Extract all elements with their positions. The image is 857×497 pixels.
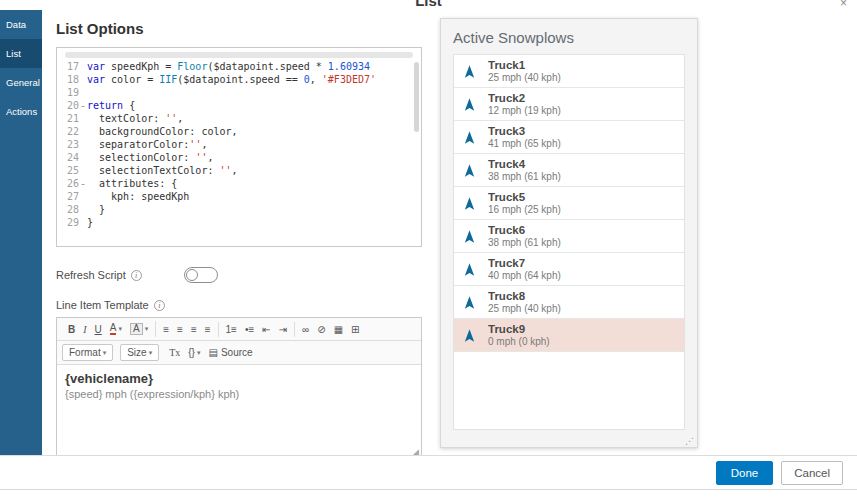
navigation-arrow-icon — [462, 229, 482, 244]
preview-panel: Active Snowplows Truck125 mph (40 kph)Tr… — [440, 18, 698, 448]
align-left-button[interactable]: ≡ — [160, 322, 172, 337]
source-button[interactable]: ▤Source — [205, 345, 255, 360]
template-speed-line: {speed} mph ({expression/kph} kph) — [65, 388, 413, 400]
code-line: 23 separatorColor:'', — [57, 138, 421, 151]
underline-button[interactable]: U — [92, 322, 105, 337]
editor-vertical-scrollbar[interactable] — [414, 62, 419, 132]
italic-button[interactable]: I — [80, 322, 89, 337]
truck-speed: 40 mph (64 kph) — [488, 270, 561, 281]
truck-name: Truck7 — [488, 257, 561, 269]
image-button[interactable]: ▦ — [331, 322, 346, 337]
list-item[interactable]: Truck740 mph (64 kph) — [454, 253, 684, 286]
editor-horizontal-scrollbar[interactable] — [65, 52, 413, 58]
truck-name: Truck2 — [488, 92, 561, 104]
dialog-header: List × — [0, 0, 857, 10]
numbered-list-button[interactable]: 1≡ — [223, 322, 240, 337]
rte-content[interactable]: {vehiclename} {speed} mph ({expression/k… — [57, 365, 421, 457]
truck-speed: 25 mph (40 kph) — [488, 303, 561, 314]
remove-format-button[interactable]: Tx — [166, 345, 183, 360]
info-icon[interactable]: i — [154, 300, 165, 311]
format-dropdown[interactable]: Format▾ — [62, 344, 113, 361]
link-button[interactable]: ∞ — [299, 322, 312, 337]
truck-name: Truck4 — [488, 158, 561, 170]
size-dropdown[interactable]: Size▾ — [120, 344, 159, 361]
list-item[interactable]: Truck438 mph (61 kph) — [454, 154, 684, 187]
insert-field-dropdown[interactable]: {}▾ — [185, 345, 203, 360]
dialog-body: DataListGeneralActions List Options 17va… — [0, 10, 857, 455]
truck-speed: 0 mph (0 kph) — [488, 336, 550, 347]
text-color-button[interactable]: A▾ — [107, 321, 125, 337]
refresh-script-label: Refresh Script — [56, 269, 126, 281]
list-item[interactable]: Truck90 mph (0 kph) — [454, 319, 684, 352]
align-right-button[interactable]: ≡ — [188, 322, 200, 337]
list-item[interactable]: Truck341 mph (65 kph) — [454, 121, 684, 154]
code-line: 26- attributes: { — [57, 177, 421, 190]
list-item[interactable]: Truck125 mph (40 kph) — [454, 55, 684, 88]
indent-button[interactable]: ⇥ — [276, 322, 290, 337]
toggle-knob — [186, 269, 198, 281]
unlink-button[interactable]: ⊘ — [314, 322, 328, 337]
rte-toolbar-row1: BIUA▾A▾≡≡≡≡1≡•≡⇤⇥∞⊘▦⊞ — [57, 318, 421, 341]
snowplow-list: Truck125 mph (40 kph)Truck212 mph (19 kp… — [453, 54, 685, 430]
page-title: List Options — [56, 20, 422, 37]
list-item[interactable]: Truck825 mph (40 kph) — [454, 286, 684, 319]
code-line: 19 — [57, 86, 421, 99]
sidebar-item-actions[interactable]: Actions — [0, 97, 42, 126]
script-editor[interactable]: 17var speedKph = Floor($datapoint.speed … — [56, 47, 422, 247]
info-icon[interactable]: i — [131, 270, 142, 281]
line-item-template-label: Line Item Template — [56, 299, 149, 311]
truck-speed: 12 mph (19 kph) — [488, 105, 561, 116]
code-line: 25 selectionTextColor: '', — [57, 164, 421, 177]
navigation-arrow-icon — [462, 64, 482, 79]
template-vehiclename: {vehiclename} — [65, 371, 413, 386]
code-line: 22 backgroundColor: color, — [57, 125, 421, 138]
truck-speed: 16 mph (25 kph) — [488, 204, 561, 215]
sidebar-item-general[interactable]: General — [0, 68, 42, 97]
outdent-button[interactable]: ⇤ — [259, 322, 273, 337]
code-line: 18var color = IIF($datapoint.speed == 0,… — [57, 73, 421, 86]
list-options-panel: List Options 17var speedKph = Floor($dat… — [42, 10, 434, 455]
list-item[interactable]: Truck212 mph (19 kph) — [454, 88, 684, 121]
rich-text-editor: BIUA▾A▾≡≡≡≡1≡•≡⇤⇥∞⊘▦⊞ Format▾Size▾Tx{}▾▤… — [56, 317, 422, 458]
bulleted-list-button[interactable]: •≡ — [242, 322, 257, 337]
bold-button[interactable]: B — [65, 322, 78, 337]
truck-name: Truck5 — [488, 191, 561, 203]
table-button[interactable]: ⊞ — [348, 322, 362, 337]
background-color-button[interactable]: A▾ — [127, 321, 151, 337]
code-line: 17var speedKph = Floor($datapoint.speed … — [57, 60, 421, 73]
code-line: 24 selectionColor: '', — [57, 151, 421, 164]
dialog-title: List — [0, 0, 857, 8]
navigation-arrow-icon — [462, 262, 482, 277]
page-bottom-divider — [0, 489, 857, 490]
truck-name: Truck3 — [488, 125, 561, 137]
align-center-button[interactable]: ≡ — [174, 322, 186, 337]
sidebar: DataListGeneralActions — [0, 10, 42, 455]
truck-name: Truck6 — [488, 224, 561, 236]
rte-toolbar-row2: Format▾Size▾Tx{}▾▤Source — [57, 341, 421, 365]
list-item[interactable]: Truck516 mph (25 kph) — [454, 187, 684, 220]
list-title: Active Snowplows — [453, 29, 685, 46]
code-line: 29} — [57, 216, 421, 229]
close-icon[interactable]: × — [840, 0, 847, 10]
truck-speed: 25 mph (40 kph) — [488, 72, 561, 83]
navigation-arrow-icon — [462, 97, 482, 112]
navigation-arrow-icon — [462, 328, 482, 343]
refresh-script-toggle[interactable] — [184, 267, 218, 283]
cancel-button[interactable]: Cancel — [781, 461, 843, 485]
truck-speed: 38 mph (61 kph) — [488, 171, 561, 182]
resize-handle-icon[interactable]: ⋰ — [685, 436, 694, 446]
truck-speed: 41 mph (65 kph) — [488, 138, 561, 149]
truck-name: Truck1 — [488, 59, 561, 71]
navigation-arrow-icon — [462, 163, 482, 178]
code-lines: 17var speedKph = Floor($datapoint.speed … — [57, 60, 421, 229]
code-line: 28 } — [57, 203, 421, 216]
sidebar-item-data[interactable]: Data — [0, 10, 42, 39]
align-justify-button[interactable]: ≡ — [202, 322, 214, 337]
truck-speed: 38 mph (61 kph) — [488, 237, 561, 248]
truck-name: Truck9 — [488, 323, 550, 335]
list-item[interactable]: Truck638 mph (61 kph) — [454, 220, 684, 253]
navigation-arrow-icon — [462, 295, 482, 310]
done-button[interactable]: Done — [716, 461, 774, 485]
sidebar-item-list[interactable]: List — [0, 39, 42, 68]
code-line: 20-return { — [57, 99, 421, 112]
